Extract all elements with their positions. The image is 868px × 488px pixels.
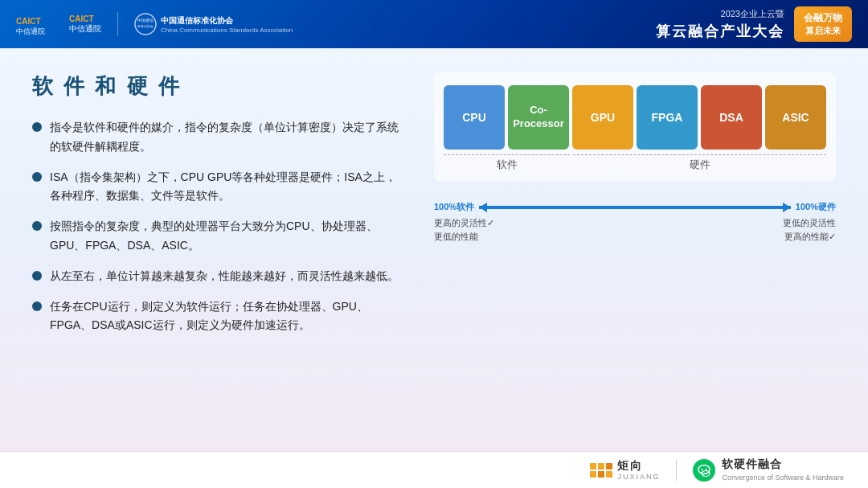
slide-title: 软 件 和 硬 件 bbox=[32, 72, 402, 100]
processor-diagram: CPU Co-Processor GPU FPGA DSA ASIC bbox=[434, 72, 836, 182]
svg-point-10 bbox=[704, 473, 705, 474]
co-processor-label: Co-Processor bbox=[513, 104, 564, 131]
soft-sub-text: Convergence of Software & Hardware bbox=[722, 473, 844, 483]
asic-label: ASIC bbox=[782, 110, 809, 125]
juxiang-cell-1 bbox=[590, 463, 596, 470]
header-right: 2023企业上云暨 算云融合产业大会 会融万物 算启未来 bbox=[656, 6, 852, 42]
arrow-right-label: 100%硬件 bbox=[796, 201, 836, 213]
event-badge: 会融万物 算启未来 bbox=[794, 6, 852, 42]
event-year: 2023企业上云暨 bbox=[656, 8, 784, 20]
soft-text-block: 软硬件融合 Convergence of Software & Hardware bbox=[722, 457, 844, 482]
bullet-dot-5 bbox=[32, 301, 42, 311]
bullet-text-3: 按照指令的复杂度，典型的处理器平台大致分为CPU、协处理器、GPU、FPGA、D… bbox=[50, 217, 402, 256]
left-panel: 软 件 和 硬 件 指令是软件和硬件的媒介，指令的复杂度（单位计算密度）决定了系… bbox=[32, 72, 402, 472]
co-processor-box: Co-Processor bbox=[508, 85, 569, 150]
juxiang-sub: JUXIANG bbox=[617, 473, 660, 482]
list-item: ISA（指令集架构）之下，CPU GPU等各种处理器是硬件；ISA之上，各种程序… bbox=[32, 168, 402, 207]
list-item: 任务在CPU运行，则定义为软件运行；任务在协处理器、GPU、FPGA、DSA或A… bbox=[32, 297, 402, 336]
desc-right-line1: 更低的灵活性 bbox=[783, 216, 836, 230]
juxiang-icon bbox=[590, 463, 612, 478]
bullet-text-5: 任务在CPU运行，则定义为软件运行；任务在协处理器、GPU、FPGA、DSA或A… bbox=[50, 297, 402, 336]
svg-point-6 bbox=[698, 465, 710, 474]
right-panel: CPU Co-Processor GPU FPGA DSA ASIC bbox=[434, 72, 836, 472]
bullet-dot-3 bbox=[32, 221, 42, 231]
cpu-label: CPU bbox=[462, 110, 486, 125]
juxiang-name: 矩向 bbox=[617, 459, 660, 473]
fpga-box: FPGA bbox=[637, 85, 698, 150]
event-title-block: 2023企业上云暨 算云融合产业大会 bbox=[656, 8, 784, 41]
sw-hw-labels: 软件 硬件 bbox=[444, 154, 826, 172]
juxiang-cell-4 bbox=[590, 471, 596, 478]
desc-left-line1: 更高的灵活性✓ bbox=[434, 216, 494, 230]
header: CAICT 中信通院 CAICT 中信通院 中国通信 标准化协会 中国通信标准化… bbox=[0, 0, 868, 48]
juxiang-logo: 矩向 JUXIANG bbox=[590, 459, 660, 482]
footer-divider bbox=[676, 460, 677, 481]
bullet-text-1: 指令是软件和硬件的媒介，指令的复杂度（单位计算密度）决定了系统的软硬件解耦程度。 bbox=[50, 118, 402, 157]
svg-text:CAICT: CAICT bbox=[16, 17, 41, 26]
caict-logo-icon: CAICT 中信通院 bbox=[16, 13, 64, 35]
list-item: 指令是软件和硬件的媒介，指令的复杂度（单位计算密度）决定了系统的软硬件解耦程度。 bbox=[32, 118, 402, 157]
ccsa-en-label: China Communications Standards Associati… bbox=[161, 27, 293, 34]
footer: 矩向 JUXIANG 软硬件融合 Convergence of Software… bbox=[0, 451, 868, 488]
event-badge-line2: 算启未来 bbox=[804, 25, 842, 37]
svg-text:中信通院: 中信通院 bbox=[16, 27, 45, 35]
hw-label: 硬件 bbox=[573, 154, 826, 172]
svg-point-8 bbox=[706, 469, 707, 470]
soft-logo: 软硬件融合 Convergence of Software & Hardware bbox=[693, 457, 844, 482]
soft-main-text: 软硬件融合 bbox=[722, 457, 844, 473]
logo-ccsa: 中国通信 标准化协会 中国通信标准化协会 China Communication… bbox=[134, 13, 293, 35]
bullet-dot-2 bbox=[32, 172, 42, 182]
arrow-left-label: 100%软件 bbox=[434, 201, 474, 213]
arrow-descriptions: 更高的灵活性✓ 更低的性能 更低的灵活性 更高的性能✓ bbox=[434, 216, 836, 243]
sw-label: 软件 bbox=[444, 154, 570, 172]
bullet-dot-1 bbox=[32, 122, 42, 132]
list-item: 按照指令的复杂度，典型的处理器平台大致分为CPU、协处理器、GPU、FPGA、D… bbox=[32, 217, 402, 256]
arrow-line bbox=[479, 206, 791, 209]
processor-boxes: CPU Co-Processor GPU FPGA DSA ASIC bbox=[444, 85, 826, 150]
svg-text:中国通信: 中国通信 bbox=[137, 18, 154, 23]
main-content: 软 件 和 硬 件 指令是软件和硬件的媒介，指令的复杂度（单位计算密度）决定了系… bbox=[0, 48, 868, 488]
cpu-box: CPU bbox=[444, 85, 505, 150]
wechat-svg bbox=[697, 463, 711, 478]
ccsa-logo-icon: 中国通信 标准化协会 bbox=[134, 13, 157, 35]
bullet-text-2: ISA（指令集架构）之下，CPU GPU等各种处理器是硬件；ISA之上，各种程序… bbox=[50, 168, 402, 207]
juxiang-cell-3 bbox=[606, 463, 612, 470]
desc-left-line2: 更低的性能 bbox=[434, 230, 494, 244]
bullet-dot-4 bbox=[32, 271, 42, 281]
juxiang-cell-6 bbox=[606, 471, 612, 478]
arrow-desc-left: 更高的灵活性✓ 更低的性能 bbox=[434, 216, 494, 243]
svg-point-7 bbox=[702, 469, 703, 470]
svg-point-11 bbox=[706, 473, 707, 474]
bullet-list: 指令是软件和硬件的媒介，指令的复杂度（单位计算密度）决定了系统的软硬件解耦程度。… bbox=[32, 118, 402, 335]
header-left: CAICT 中信通院 CAICT 中信通院 中国通信 标准化协会 中国通信标准化… bbox=[16, 12, 293, 36]
gpu-label: GPU bbox=[591, 110, 615, 125]
list-item: 从左至右，单位计算越来越复杂，性能越来越好，而灵活性越来越低。 bbox=[32, 267, 402, 286]
bullet-text-4: 从左至右，单位计算越来越复杂，性能越来越好，而灵活性越来越低。 bbox=[50, 267, 402, 286]
event-name: 算云融合产业大会 bbox=[656, 22, 784, 41]
juxiang-cell-2 bbox=[598, 463, 604, 470]
desc-right-line2: 更高的性能✓ bbox=[783, 230, 836, 244]
caict-cn-label: 中信通院 bbox=[69, 23, 101, 35]
arrow-section: 100%软件 100%硬件 更高的灵活性✓ 更低的性能 更低的灵活性 更高的性能… bbox=[434, 198, 836, 243]
svg-text:标准化协会: 标准化协会 bbox=[137, 24, 154, 28]
dsa-label: DSA bbox=[719, 110, 743, 125]
arrow-desc-right: 更低的灵活性 更高的性能✓ bbox=[783, 216, 836, 243]
event-badge-line1: 会融万物 bbox=[804, 11, 842, 25]
logo-caict: CAICT 中信通院 CAICT 中信通院 bbox=[16, 13, 101, 35]
asic-box: ASIC bbox=[765, 85, 826, 150]
dsa-box: DSA bbox=[701, 85, 762, 150]
juxiang-cell-5 bbox=[598, 471, 604, 478]
header-divider bbox=[117, 12, 118, 36]
gpu-box: GPU bbox=[572, 85, 633, 150]
wechat-icon bbox=[693, 459, 715, 482]
ccsa-cn-label: 中国通信标准化协会 bbox=[161, 15, 293, 27]
fpga-label: FPGA bbox=[652, 110, 683, 125]
arrow-bar: 100%软件 100%硬件 bbox=[434, 201, 836, 213]
